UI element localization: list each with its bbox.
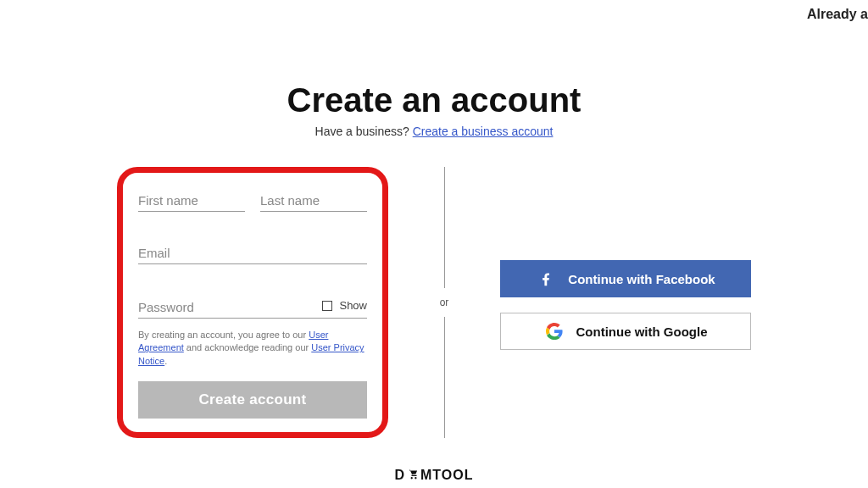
watermark-suffix: MTOOL bbox=[420, 468, 473, 483]
signup-form: Show By creating an account, you agree t… bbox=[117, 167, 388, 438]
watermark: D MTOOL bbox=[394, 468, 473, 483]
subtitle: Have a business? Create a business accou… bbox=[0, 125, 868, 138]
show-password-toggle[interactable]: Show bbox=[322, 299, 367, 315]
disclaimer-p3: . bbox=[164, 356, 167, 366]
first-name-field[interactable] bbox=[138, 190, 245, 212]
email-field[interactable] bbox=[138, 242, 367, 264]
disclaimer: By creating an account, you agree to our… bbox=[138, 329, 367, 368]
continue-google-button[interactable]: Continue with Google bbox=[500, 313, 751, 350]
columns: Show By creating an account, you agree t… bbox=[0, 167, 868, 438]
social-column: Continue with Facebook Continue with Goo… bbox=[500, 260, 751, 350]
facebook-icon bbox=[536, 269, 556, 289]
password-field[interactable] bbox=[138, 297, 322, 318]
divider: or bbox=[419, 167, 470, 438]
subtitle-prefix: Have a business? bbox=[315, 125, 413, 138]
google-icon bbox=[544, 321, 565, 341]
last-name-field[interactable] bbox=[260, 190, 367, 212]
disclaimer-p1: By creating an account, you agree to our bbox=[138, 330, 309, 340]
page-title: Create an account bbox=[0, 81, 868, 119]
watermark-prefix: D bbox=[394, 468, 405, 483]
disclaimer-p2: and acknowledge reading our bbox=[184, 342, 311, 352]
create-account-button[interactable]: Create account bbox=[138, 381, 367, 419]
show-label: Show bbox=[339, 299, 367, 312]
continue-facebook-button[interactable]: Continue with Facebook bbox=[500, 260, 751, 297]
already-member-text: Already a bbox=[807, 7, 868, 22]
cart-icon bbox=[407, 468, 419, 483]
checkbox-icon bbox=[322, 301, 332, 311]
facebook-label: Continue with Facebook bbox=[568, 272, 715, 286]
or-label: or bbox=[440, 288, 449, 317]
heading-block: Create an account Have a business? Creat… bbox=[0, 81, 868, 138]
google-label: Continue with Google bbox=[576, 324, 708, 339]
business-account-link[interactable]: Create a business account bbox=[413, 125, 554, 138]
